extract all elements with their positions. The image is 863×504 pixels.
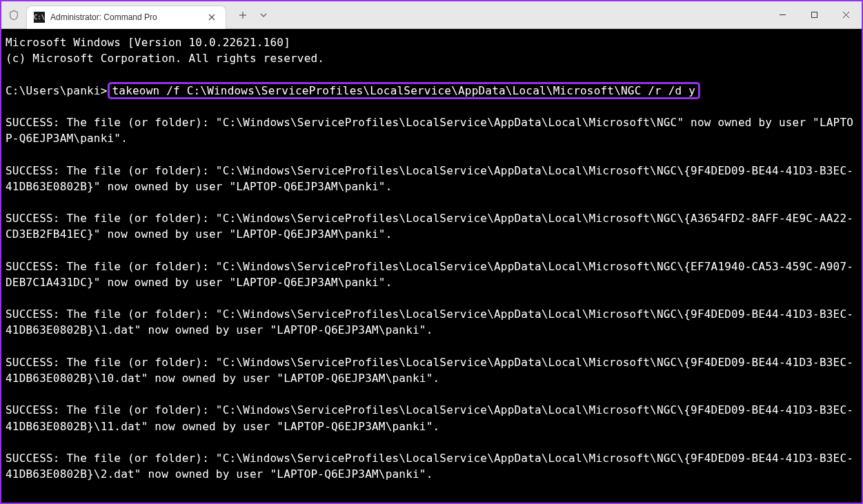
output-line: SUCCESS: The file (or folder): "C:\Windo… [6,259,857,290]
close-window-button[interactable] [830,1,862,28]
output-line: SUCCESS: The file (or folder): "C:\Windo… [6,210,857,242]
output-line: SUCCESS: The file (or folder): "C:\Windo… [6,163,857,194]
blank-line [6,434,857,450]
output-container: SUCCESS: The file (or folder): "C:\Windo… [6,114,857,482]
command-highlighted: takeown /f C:\Windows\ServiceProfiles\Lo… [108,82,701,99]
blank-line [6,386,857,402]
minimize-button[interactable] [766,1,798,28]
window-controls [766,1,862,28]
title-bar-left: C:\ Administrator: Command Pro [1,1,273,28]
terminal-output[interactable]: Microsoft Windows [Version 10.0.22621.16… [1,29,862,503]
blank-line [6,339,857,354]
copyright-line: (c) Microsoft Corporation. All rights re… [6,50,857,66]
version-line: Microsoft Windows [Version 10.0.22621.16… [6,34,857,50]
blank-line [6,99,857,114]
maximize-button[interactable] [798,1,830,28]
shield-icon [1,1,26,28]
cmd-icon: C:\ [34,12,45,23]
output-line: SUCCESS: The file (or folder): "C:\Windo… [6,306,857,338]
svg-rect-5 [811,12,817,18]
blank-line [6,66,857,82]
new-tab-button[interactable] [232,4,254,26]
output-line: SUCCESS: The file (or folder): "C:\Windo… [6,354,857,386]
output-line: SUCCESS: The file (or folder): "C:\Windo… [6,402,857,434]
tab-close-button[interactable] [205,10,219,24]
tab-title: Administrator: Command Pro [50,12,205,22]
output-line: SUCCESS: The file (or folder): "C:\Windo… [6,114,857,146]
blank-line [6,242,857,258]
tab-dropdown-button[interactable] [254,4,273,26]
prompt: C:\Users\panki> [6,84,108,97]
blank-line [6,290,857,306]
blank-line [6,194,857,210]
command-line: C:\Users\panki>takeown /f C:\Windows\Ser… [6,83,857,99]
terminal-tab[interactable]: C:\ Administrator: Command Pro [26,6,226,29]
blank-line [6,146,857,162]
title-bar: C:\ Administrator: Command Pro [1,1,862,29]
output-line: SUCCESS: The file (or folder): "C:\Windo… [6,450,857,482]
